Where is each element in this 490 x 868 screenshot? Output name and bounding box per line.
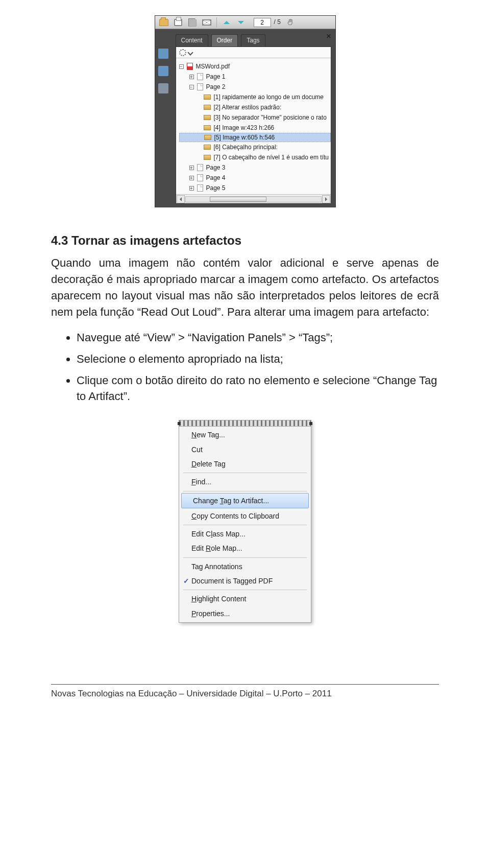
content-box-icon bbox=[204, 105, 211, 110]
content-box-icon bbox=[204, 115, 211, 120]
tree-order-item-selected[interactable]: [5] Image w:605 h:546 bbox=[179, 133, 331, 142]
menu-separator bbox=[183, 590, 307, 590]
acrobat-toolbar: / 5 bbox=[155, 16, 335, 29]
content-box-icon bbox=[204, 125, 211, 130]
list-item: Navegue até “View” > “Navigation Panels”… bbox=[77, 330, 439, 346]
tree-label: MSWord.pdf bbox=[196, 62, 230, 71]
tree-page-1[interactable]: + Page 1 bbox=[179, 72, 331, 82]
pdf-file-icon bbox=[187, 63, 193, 70]
expand-icon[interactable]: + bbox=[189, 75, 194, 79]
page-icon bbox=[197, 73, 203, 80]
page-total-label: / 5 bbox=[274, 18, 281, 27]
expand-icon[interactable]: + bbox=[189, 186, 194, 191]
order-panel-body: − MSWord.pdf + Page 1 − Page 2 bbox=[176, 46, 331, 204]
print-icon[interactable] bbox=[174, 18, 183, 27]
panel-tabs: Content Order Tags bbox=[155, 29, 335, 46]
bookmarks-panel-icon[interactable] bbox=[158, 66, 168, 76]
tree-root[interactable]: − MSWord.pdf bbox=[179, 61, 331, 72]
toolbar-separator bbox=[216, 17, 217, 28]
page-icon bbox=[197, 83, 203, 90]
tree-order-item[interactable]: [3] No separador "Home" posicione o rato bbox=[179, 112, 331, 123]
scroll-left-button[interactable] bbox=[177, 195, 185, 203]
gear-icon[interactable] bbox=[179, 49, 186, 56]
scroll-thumb[interactable] bbox=[210, 197, 266, 202]
content-box-icon bbox=[204, 145, 211, 150]
menu-edit-class-map[interactable]: Edit Class Map... bbox=[180, 527, 310, 541]
tree-label: [1] rapidamente ao longo de um docume bbox=[214, 93, 324, 102]
tree-label: Page 5 bbox=[206, 184, 226, 193]
tab-tags[interactable]: Tags bbox=[241, 34, 265, 46]
tree-page-3[interactable]: + Page 3 bbox=[179, 162, 331, 173]
page-number-input[interactable] bbox=[254, 18, 271, 27]
save-icon[interactable] bbox=[188, 18, 197, 27]
scroll-track[interactable] bbox=[185, 196, 322, 202]
page-indicator: / 5 bbox=[254, 18, 281, 27]
tree-label: [3] No separador "Home" posicione o rato bbox=[214, 113, 327, 122]
content-box-icon bbox=[204, 135, 211, 140]
tree-label: Page 3 bbox=[206, 163, 226, 172]
menu-change-tag-to-artifact[interactable]: Change Tag to Artifact... bbox=[181, 493, 309, 508]
section-heading: 4.3 Tornar as imagens artefactos bbox=[51, 232, 439, 250]
step-list: Navegue até “View” > “Navigation Panels”… bbox=[51, 330, 439, 405]
tree-order-item[interactable]: [1] rapidamente ao longo de um docume bbox=[179, 92, 331, 102]
footer-text: Novas Tecnologias na Educação – Universi… bbox=[51, 688, 439, 700]
tree-order-item[interactable]: [2] Alterar estilos padrão: bbox=[179, 102, 331, 112]
tree-label: Page 2 bbox=[206, 83, 226, 91]
panel-options-bar bbox=[176, 47, 331, 58]
menu-separator bbox=[183, 473, 307, 473]
content-box-icon bbox=[204, 155, 211, 160]
expand-icon[interactable]: + bbox=[189, 176, 194, 180]
page-icon bbox=[197, 164, 203, 171]
acrobat-order-panel: / 5 ✕ Content Order Tags − bbox=[155, 15, 336, 207]
menu-separator bbox=[183, 557, 307, 558]
tree-label: [2] Alterar estilos padrão: bbox=[214, 103, 282, 112]
chevron-down-icon[interactable] bbox=[187, 50, 193, 55]
scroll-right-button[interactable] bbox=[322, 195, 330, 203]
signatures-panel-icon[interactable] bbox=[158, 83, 168, 93]
tree-order-item[interactable]: [7] O cabeçalho de nível 1 é usado em tí… bbox=[179, 152, 331, 162]
footer-rule bbox=[51, 684, 439, 685]
menu-properties[interactable]: Properties... bbox=[180, 606, 310, 621]
email-icon[interactable] bbox=[202, 18, 211, 27]
collapse-icon[interactable]: − bbox=[189, 85, 194, 89]
tab-content[interactable]: Content bbox=[176, 34, 208, 46]
menu-highlight-content[interactable]: Highlight Content bbox=[180, 592, 310, 606]
hand-tool-icon[interactable] bbox=[286, 18, 295, 27]
acrobat-side-icons bbox=[158, 49, 168, 93]
page-icon bbox=[197, 174, 203, 181]
tab-order[interactable]: Order bbox=[211, 34, 238, 46]
list-item: Clique com o botão direito do rato no el… bbox=[77, 372, 439, 405]
tree-order-item[interactable]: [6] Cabeçalho principal: bbox=[179, 142, 331, 152]
tree-label: Page 4 bbox=[206, 174, 226, 182]
page-up-icon[interactable] bbox=[222, 18, 231, 27]
tree-label: [4] Image w:423 h:266 bbox=[214, 124, 275, 132]
list-item: Selecione o elemento apropriado na lista… bbox=[77, 351, 439, 367]
context-menu-header bbox=[179, 420, 311, 427]
tree-label: [6] Cabeçalho principal: bbox=[214, 143, 278, 152]
horizontal-scrollbar[interactable] bbox=[176, 194, 331, 203]
menu-document-is-tagged[interactable]: Document is Tagged PDF bbox=[180, 574, 310, 588]
page-icon bbox=[197, 184, 203, 192]
menu-tag-annotations[interactable]: Tag Annotations bbox=[180, 559, 310, 574]
menu-copy-contents[interactable]: Copy Contents to Clipboard bbox=[180, 509, 310, 523]
collapse-icon[interactable]: − bbox=[179, 64, 184, 69]
tree-label: Page 1 bbox=[206, 73, 226, 81]
close-icon[interactable]: ✕ bbox=[326, 32, 331, 41]
tree-order-item[interactable]: [4] Image w:423 h:266 bbox=[179, 123, 331, 133]
tree-label: [5] Image w:605 h:546 bbox=[214, 133, 275, 142]
page-down-icon[interactable] bbox=[236, 18, 246, 27]
menu-find[interactable]: Find... bbox=[180, 475, 310, 489]
tree-page-5[interactable]: + Page 5 bbox=[179, 183, 331, 193]
body-paragraph: Quando uma imagem não contém valor adici… bbox=[51, 255, 439, 320]
pages-panel-icon[interactable] bbox=[158, 49, 168, 59]
tree-page-2[interactable]: − Page 2 bbox=[179, 82, 331, 92]
open-folder-icon[interactable] bbox=[159, 18, 168, 27]
menu-edit-role-map[interactable]: Edit Role Map... bbox=[180, 541, 310, 555]
menu-cut[interactable]: Cut bbox=[180, 442, 310, 457]
tree-page-4[interactable]: + Page 4 bbox=[179, 173, 331, 183]
tags-context-menu: New Tag... Cut Delete Tag Find... Change… bbox=[179, 420, 311, 623]
expand-icon[interactable]: + bbox=[189, 166, 194, 170]
menu-delete-tag[interactable]: Delete Tag bbox=[180, 457, 310, 471]
menu-separator bbox=[183, 525, 307, 525]
menu-new-tag[interactable]: New Tag... bbox=[180, 428, 310, 442]
